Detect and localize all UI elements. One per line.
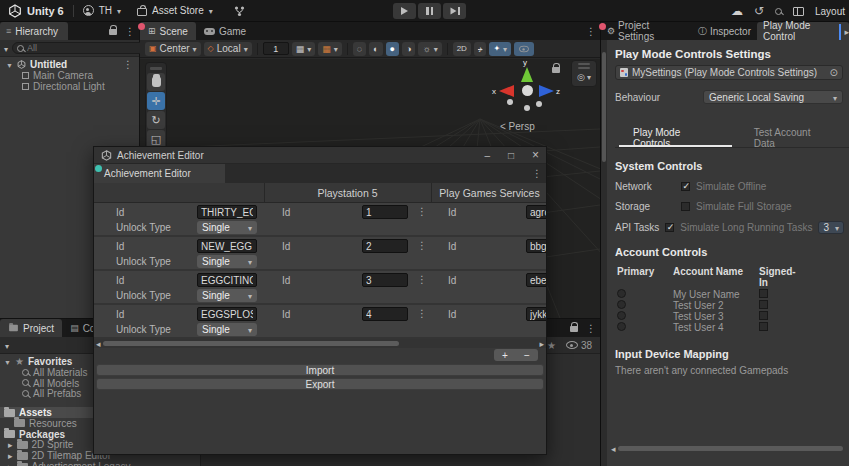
increment-snap-button[interactable]: ▦: [318, 42, 342, 56]
simulate-long-tasks-checkbox[interactable]: [665, 223, 674, 232]
2d-toggle-button[interactable]: 2D: [453, 42, 471, 56]
scene-kebab-icon[interactable]: [123, 59, 133, 70]
search-icon[interactable]: [775, 8, 782, 15]
pgs-id-field[interactable]: [526, 273, 547, 287]
expand-caret-icon[interactable]: [8, 450, 13, 461]
expand-caret-icon[interactable]: [4, 356, 11, 367]
tab-scene[interactable]: ⊞ Scene: [140, 22, 196, 40]
move-tool-button[interactable]: ✛: [147, 92, 165, 110]
primary-radio[interactable]: [617, 289, 626, 298]
simulate-offline-checkbox[interactable]: [681, 182, 690, 191]
scroll-left-arrow[interactable]: [611, 443, 616, 454]
tab-project-settings[interactable]: ⚙ Project Settings: [601, 22, 692, 40]
play-button[interactable]: [393, 3, 416, 19]
snap-increment-field[interactable]: [263, 42, 289, 55]
tab-hierarchy[interactable]: ≡ Hierarchy: [0, 22, 68, 40]
unlock-type-dropdown[interactable]: Single: [197, 289, 257, 302]
tab-overflow-arrow[interactable]: [844, 26, 849, 37]
tab-game[interactable]: Game: [196, 22, 254, 40]
scene-visibility-button[interactable]: [514, 42, 534, 56]
kebab-menu-icon[interactable]: [586, 26, 596, 37]
object-picker-icon[interactable]: ⊙: [830, 67, 838, 78]
tab-inspector[interactable]: ⓘ Inspector: [692, 22, 757, 40]
achievement-id-field[interactable]: [197, 307, 257, 321]
scrollbar-thumb[interactable]: [602, 52, 606, 162]
step-button[interactable]: [443, 3, 466, 19]
axis-y-cone[interactable]: [521, 67, 533, 82]
shadow-toggle-button[interactable]: ◑: [402, 42, 415, 56]
primary-radio[interactable]: [617, 311, 626, 320]
gizmo-center[interactable]: [522, 85, 533, 96]
behaviour-dropdown[interactable]: Generic Local Saving: [703, 90, 843, 104]
asset-store-caret-icon[interactable]: [209, 5, 213, 16]
ps5-id-field[interactable]: [362, 205, 408, 219]
close-button[interactable]: ×: [532, 148, 539, 162]
primary-radio[interactable]: [617, 322, 626, 331]
account-menu[interactable]: TH: [99, 5, 112, 16]
hierarchy-item-directional-light[interactable]: Directional Light: [0, 81, 139, 92]
hierarchy-search-input[interactable]: [27, 43, 144, 53]
hand-tool-button[interactable]: [147, 73, 165, 91]
camera-view-button[interactable]: ◎: [577, 71, 591, 84]
signed-in-checkbox[interactable]: [759, 322, 768, 331]
horizontal-scrollbar[interactable]: [611, 444, 843, 452]
scrollbar-thumb[interactable]: [103, 341, 399, 346]
expand-caret-icon[interactable]: [6, 59, 13, 70]
import-button[interactable]: Import: [96, 364, 544, 376]
achievement-id-field[interactable]: [197, 239, 257, 253]
unlock-type-dropdown[interactable]: Single: [197, 255, 257, 268]
pgs-id-field[interactable]: [526, 239, 547, 253]
pgs-id-field[interactable]: [526, 205, 547, 219]
achievement-id-field[interactable]: [197, 205, 257, 219]
layout-menu[interactable]: Layout: [815, 6, 845, 17]
pause-button[interactable]: [418, 3, 441, 19]
cloud-icon[interactable]: ☁: [731, 4, 743, 18]
overlay-drag-handle[interactable]: [578, 63, 590, 65]
audio-toggle-button[interactable]: ♪: [474, 42, 487, 56]
row-kebab-icon[interactable]: [417, 308, 427, 319]
simulate-full-storage-checkbox[interactable]: [681, 202, 690, 211]
horizontal-scrollbar[interactable]: [94, 339, 546, 348]
tab-achievement-editor[interactable]: Achievement Editor: [94, 164, 225, 183]
lighting-toggle-button[interactable]: ●: [386, 42, 399, 56]
axis-x-cone[interactable]: [499, 85, 514, 97]
version-control-icon[interactable]: [233, 5, 246, 17]
pgs-id-field[interactable]: [526, 307, 547, 321]
window-titlebar[interactable]: Achievement Editor – □ ×: [94, 147, 546, 164]
asset-store-menu[interactable]: Asset Store: [152, 5, 204, 16]
star-icon[interactable]: ★: [547, 340, 556, 351]
tab-project[interactable]: Project: [0, 319, 62, 337]
kebab-menu-icon[interactable]: [532, 168, 542, 179]
row-kebab-icon[interactable]: [417, 206, 427, 217]
expand-caret-icon[interactable]: [8, 461, 13, 466]
shaded-wireframe-button[interactable]: ◐: [369, 42, 382, 56]
hierarchy-search[interactable]: [12, 42, 149, 54]
export-button[interactable]: Export: [96, 378, 544, 390]
ps5-id-field[interactable]: [362, 239, 408, 253]
primary-radio[interactable]: [617, 300, 626, 309]
signed-in-checkbox[interactable]: [759, 300, 768, 309]
axis-z-cone[interactable]: [539, 85, 554, 97]
tab-test-account-data[interactable]: Test Account Data: [736, 128, 849, 147]
shading-mode-button[interactable]: ◌: [353, 42, 366, 56]
hierarchy-item-main-camera[interactable]: Main Camera: [0, 70, 139, 81]
expand-caret-icon[interactable]: [8, 439, 13, 450]
maximize-button[interactable]: □: [508, 150, 514, 161]
signed-in-checkbox[interactable]: [759, 311, 768, 320]
create-menu-caret-icon[interactable]: [4, 43, 8, 54]
rotate-tool-button[interactable]: ↻: [147, 111, 165, 129]
minimize-button[interactable]: –: [484, 150, 490, 161]
create-menu-caret-icon[interactable]: [5, 340, 9, 351]
signed-in-checkbox[interactable]: [759, 289, 768, 298]
kebab-menu-icon[interactable]: [586, 323, 596, 334]
pivot-mode-button[interactable]: ▣ Center: [145, 42, 201, 56]
add-row-button[interactable]: +: [502, 350, 508, 361]
hidden-packages-toggle[interactable]: 38: [566, 340, 592, 351]
lock-icon[interactable]: [570, 326, 578, 332]
history-icon[interactable]: ↺: [754, 4, 764, 18]
ps5-id-field[interactable]: [362, 273, 408, 287]
unlock-type-dropdown[interactable]: Single: [197, 221, 257, 234]
row-kebab-icon[interactable]: [417, 240, 427, 251]
lock-icon[interactable]: [109, 29, 117, 35]
scrollbar-thumb[interactable]: [618, 446, 843, 451]
